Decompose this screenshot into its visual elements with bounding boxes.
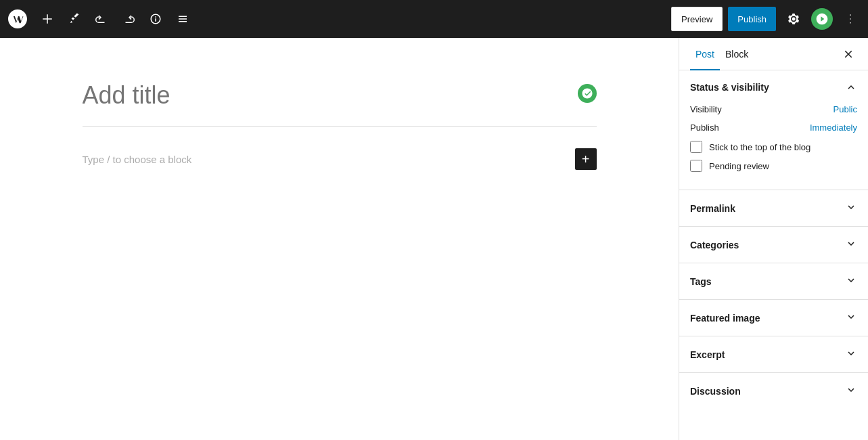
tab-post[interactable]: Post	[690, 38, 720, 70]
categories-chevron-icon	[845, 238, 857, 252]
publish-value[interactable]: Immediately	[810, 123, 857, 133]
stick-top-checkbox[interactable]	[690, 141, 702, 153]
editor-content: Type / to choose a block +	[55, 79, 624, 399]
toolbar-right: Preview Publish	[671, 7, 863, 31]
add-block-button[interactable]	[35, 7, 60, 31]
grammarly-icon	[578, 84, 597, 103]
tab-block[interactable]: Block	[720, 38, 754, 70]
edit-button[interactable]	[62, 7, 87, 31]
settings-button[interactable]	[781, 7, 806, 31]
stick-checkbox-row: Stick to the top of the blog	[690, 141, 857, 153]
visibility-row: Visibility Public	[690, 104, 857, 114]
visibility-label: Visibility	[690, 104, 722, 114]
excerpt-section-header[interactable]: Excerpt	[679, 336, 868, 373]
pending-review-label[interactable]: Pending review	[709, 161, 769, 171]
info-button[interactable]	[143, 7, 168, 31]
sidebar-close-button[interactable]	[840, 45, 857, 63]
discussion-section-header[interactable]: Discussion	[679, 373, 868, 409]
status-visibility-content: Visibility Public Publish Immediately St…	[679, 104, 868, 190]
chevron-up-icon	[845, 81, 857, 93]
editor-area: Type / to choose a block +	[0, 38, 679, 440]
categories-section-header[interactable]: Categories	[679, 227, 868, 263]
wp-logo[interactable]	[5, 7, 30, 31]
tags-section-header[interactable]: Tags	[679, 263, 868, 300]
block-placeholder-text: Type / to choose a block	[83, 154, 192, 165]
preview-button[interactable]: Preview	[671, 7, 723, 31]
status-visibility-title: Status & visibility	[690, 82, 769, 93]
featured-image-chevron-icon	[845, 311, 857, 325]
block-area: Type / to choose a block +	[83, 143, 597, 175]
permalink-title: Permalink	[690, 203, 735, 214]
tags-chevron-icon	[845, 274, 857, 288]
publish-row: Publish Immediately	[690, 123, 857, 133]
main-area: Type / to choose a block + Post Block St…	[0, 38, 868, 440]
sidebar: Post Block Status & visibility Vis	[679, 38, 868, 440]
more-options-button[interactable]	[838, 7, 863, 31]
add-block-inline-button[interactable]: +	[575, 148, 597, 170]
featured-image-section-header[interactable]: Featured image	[679, 300, 868, 336]
pending-checkbox-row: Pending review	[690, 160, 857, 172]
avatar[interactable]	[811, 8, 833, 30]
featured-image-title: Featured image	[690, 313, 760, 324]
status-visibility-section: Status & visibility Visibility Public Pu…	[679, 70, 868, 190]
categories-title: Categories	[690, 240, 739, 250]
excerpt-title: Excerpt	[690, 349, 725, 360]
discussion-chevron-icon	[845, 384, 857, 398]
sidebar-tabs: Post Block	[679, 38, 868, 70]
permalink-chevron-icon	[845, 201, 857, 215]
excerpt-chevron-icon	[845, 347, 857, 361]
redo-button[interactable]	[116, 7, 141, 31]
list-view-button[interactable]	[170, 7, 195, 31]
title-area	[83, 79, 597, 127]
permalink-section-header[interactable]: Permalink	[679, 190, 868, 227]
publish-label: Publish	[690, 123, 719, 133]
discussion-title: Discussion	[690, 386, 741, 397]
status-visibility-header[interactable]: Status & visibility	[679, 70, 868, 104]
visibility-value[interactable]: Public	[833, 104, 857, 114]
pending-review-checkbox[interactable]	[690, 160, 702, 172]
toolbar: Preview Publish	[0, 0, 868, 38]
title-input[interactable]	[83, 79, 597, 112]
tags-title: Tags	[690, 276, 712, 287]
stick-top-label[interactable]: Stick to the top of the blog	[709, 142, 810, 152]
publish-button[interactable]: Publish	[728, 7, 776, 31]
undo-button[interactable]	[89, 7, 114, 31]
